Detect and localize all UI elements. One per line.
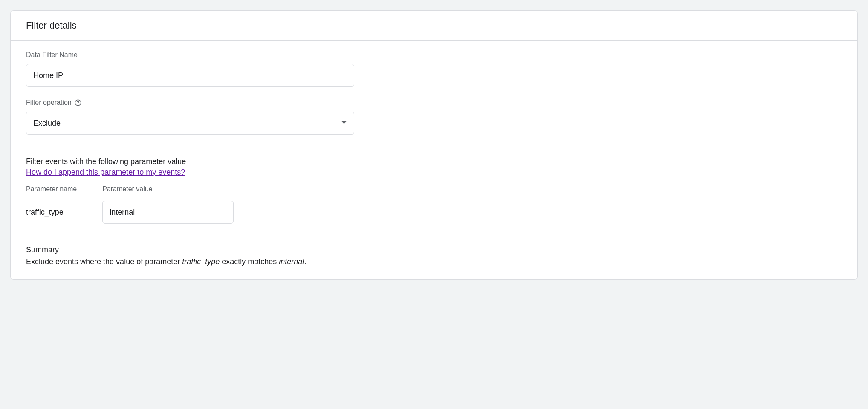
filter-operation-label-text: Filter operation [26,99,72,107]
summary-param-value: internal [279,257,304,266]
summary-text: Exclude events where the value of parame… [26,256,842,268]
filter-details-card: Filter details Data Filter Name Filter o… [10,10,858,280]
parameter-value-label: Parameter value [102,185,234,193]
svg-point-1 [78,104,78,104]
append-parameter-help-link[interactable]: How do I append this parameter to my eve… [26,168,185,177]
parameter-section: Filter events with the following paramet… [11,147,857,236]
filter-operation-field: Filter operation Exclude [26,99,842,135]
parameter-name-value: traffic_type [26,201,77,224]
parameter-heading: Filter events with the following paramet… [26,157,842,166]
parameter-value-column: Parameter value [102,185,234,224]
filter-operation-value: Exclude [33,119,61,128]
parameter-value-input[interactable] [102,201,234,224]
parameter-name-label: Parameter name [26,185,77,193]
summary-param-name: traffic_type [182,257,220,266]
parameter-row: Parameter name traffic_type Parameter va… [26,185,842,224]
parameter-name-column: Parameter name traffic_type [26,185,77,224]
filter-fields-section: Data Filter Name Filter operation Exclud… [11,40,857,147]
summary-title: Summary [26,245,842,254]
filter-name-input[interactable] [26,64,354,87]
filter-name-field: Data Filter Name [26,51,842,87]
filter-name-label: Data Filter Name [26,51,842,59]
filter-operation-label: Filter operation [26,99,842,107]
card-title: Filter details [26,20,842,31]
summary-section: Summary Exclude events where the value o… [11,236,857,279]
filter-operation-select[interactable]: Exclude [26,112,354,135]
card-header: Filter details [11,11,857,40]
help-icon[interactable] [74,99,82,107]
